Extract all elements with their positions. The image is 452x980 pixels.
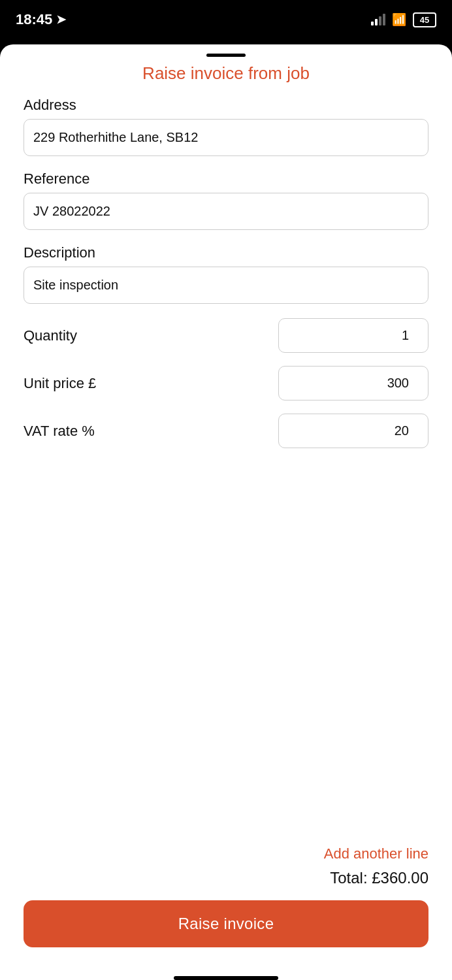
- quantity-field-group: Quantity: [24, 318, 428, 353]
- signal-icon: [371, 14, 385, 25]
- battery-indicator: 45: [413, 12, 436, 27]
- wifi-icon: 📶: [392, 12, 406, 27]
- quantity-input[interactable]: [278, 318, 428, 353]
- add-another-line-button[interactable]: Add another line: [24, 845, 428, 862]
- vat-rate-label: VAT rate %: [24, 423, 278, 440]
- home-indicator: [174, 976, 278, 980]
- unit-price-label: Unit price £: [24, 375, 278, 392]
- vat-rate-input[interactable]: [278, 414, 428, 448]
- bottom-section: Add another line Total: £360.00 Raise in…: [0, 835, 452, 967]
- reference-input[interactable]: [24, 193, 428, 230]
- description-input[interactable]: [24, 267, 428, 304]
- unit-price-field-group: Unit price £: [24, 366, 428, 400]
- battery-level: 45: [420, 15, 429, 25]
- unit-price-input[interactable]: [278, 366, 428, 400]
- drag-indicator: [206, 54, 246, 57]
- form-area: Address Reference Description Quantity U…: [0, 97, 452, 835]
- location-arrow-icon: ➤: [56, 12, 66, 27]
- description-label: Description: [24, 244, 428, 261]
- address-field-group: Address: [24, 97, 428, 156]
- raise-invoice-button[interactable]: Raise invoice: [24, 900, 428, 947]
- page-title: Raise invoice from job: [0, 63, 452, 84]
- reference-field-group: Reference: [24, 171, 428, 230]
- vat-rate-field-group: VAT rate %: [24, 414, 428, 448]
- description-field-group: Description: [24, 244, 428, 304]
- address-label: Address: [24, 97, 428, 114]
- status-time: 18:45 ➤: [16, 11, 66, 28]
- reference-label: Reference: [24, 171, 428, 188]
- total-display: Total: £360.00: [24, 869, 428, 887]
- time-display: 18:45: [16, 11, 52, 28]
- quantity-label: Quantity: [24, 327, 278, 344]
- status-right: 📶 45: [371, 12, 436, 27]
- address-input[interactable]: [24, 119, 428, 156]
- status-bar: 18:45 ➤ 📶 45: [0, 0, 452, 39]
- main-sheet: Raise invoice from job Address Reference…: [0, 44, 452, 980]
